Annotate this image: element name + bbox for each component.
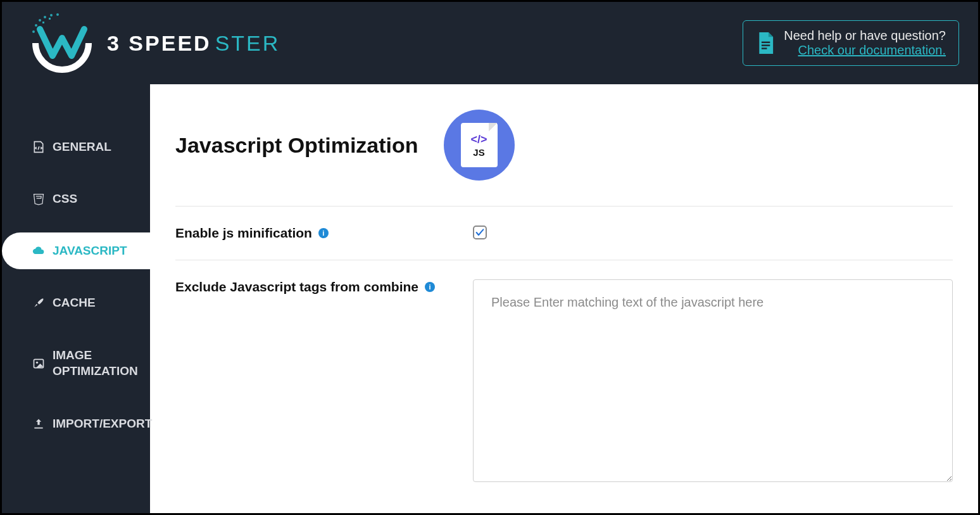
upload-icon bbox=[32, 417, 45, 430]
header: 3 SPEEDSTER Need help or have question? … bbox=[2, 2, 978, 84]
sidebar-item-import-export[interactable]: IMPORT/EXPORT bbox=[2, 405, 150, 442]
svg-rect-12 bbox=[762, 48, 767, 49]
sidebar-item-cache[interactable]: CACHE bbox=[2, 284, 150, 321]
svg-point-7 bbox=[32, 30, 35, 33]
sidebar-item-javascript[interactable]: JAVASCRIPT bbox=[2, 232, 150, 269]
css-icon bbox=[32, 193, 45, 205]
help-question-text: Need help or have question? bbox=[784, 29, 946, 43]
setting-label: Enable js minification i bbox=[175, 226, 329, 241]
documentation-link[interactable]: Check our documentation. bbox=[798, 43, 946, 57]
setting-exclude-js: Exclude Javascript tags from combine i bbox=[175, 260, 953, 504]
svg-point-2 bbox=[35, 24, 37, 27]
code-file-icon bbox=[32, 141, 45, 153]
cloud-icon bbox=[32, 245, 45, 257]
page-heading: Javascript Optimization </> JS bbox=[175, 110, 953, 207]
sidebar-item-label: IMPORT/EXPORT bbox=[53, 417, 152, 431]
exclude-js-textarea[interactable] bbox=[473, 279, 953, 482]
sidebar-item-general[interactable]: GENERAL bbox=[2, 129, 150, 165]
svg-rect-11 bbox=[762, 44, 770, 46]
svg-point-14 bbox=[36, 361, 38, 363]
js-file-icon: </> JS bbox=[461, 123, 498, 167]
sidebar-item-label: GENERAL bbox=[53, 140, 111, 154]
svg-rect-8 bbox=[42, 22, 44, 23]
page-title: Javascript Optimization bbox=[175, 133, 418, 158]
brush-icon bbox=[32, 296, 45, 309]
sidebar-item-label: CACHE bbox=[53, 296, 96, 310]
page-icon: </> JS bbox=[444, 110, 515, 181]
sidebar-item-label: CSS bbox=[53, 192, 77, 206]
check-icon bbox=[475, 227, 485, 238]
brand-text-2: STER bbox=[215, 31, 280, 56]
svg-rect-10 bbox=[762, 42, 770, 43]
info-icon[interactable]: i bbox=[318, 228, 329, 238]
brand-logo: 3 SPEEDSTER bbox=[21, 11, 280, 75]
document-icon bbox=[756, 32, 775, 54]
sidebar-item-label: IMAGE OPTIMIZATION bbox=[53, 348, 138, 379]
sidebar-item-css[interactable]: CSS bbox=[2, 181, 150, 217]
setting-enable-minification: Enable js minification i bbox=[175, 207, 953, 260]
svg-point-3 bbox=[39, 19, 41, 22]
image-icon bbox=[32, 357, 45, 370]
help-box: Need help or have question? Check our do… bbox=[743, 20, 959, 66]
logo-icon bbox=[21, 11, 103, 75]
info-icon[interactable]: i bbox=[425, 282, 435, 292]
enable-minification-checkbox[interactable] bbox=[473, 226, 487, 239]
brand-text-1: 3 SPEED bbox=[107, 31, 211, 56]
svg-point-6 bbox=[56, 13, 59, 16]
svg-point-5 bbox=[50, 14, 53, 16]
setting-label: Exclude Javascript tags from combine i bbox=[175, 279, 435, 295]
svg-point-4 bbox=[44, 16, 46, 18]
main-content: Javascript Optimization </> JS Enable js… bbox=[150, 84, 978, 513]
svg-rect-9 bbox=[49, 18, 51, 20]
sidebar-item-label: JAVASCRIPT bbox=[53, 244, 127, 258]
sidebar-item-image-optimization[interactable]: IMAGE OPTIMIZATION bbox=[2, 336, 150, 390]
sidebar: GENERAL CSS JAVASCRIPT CACHE IMAGE OPTIM… bbox=[2, 84, 150, 513]
